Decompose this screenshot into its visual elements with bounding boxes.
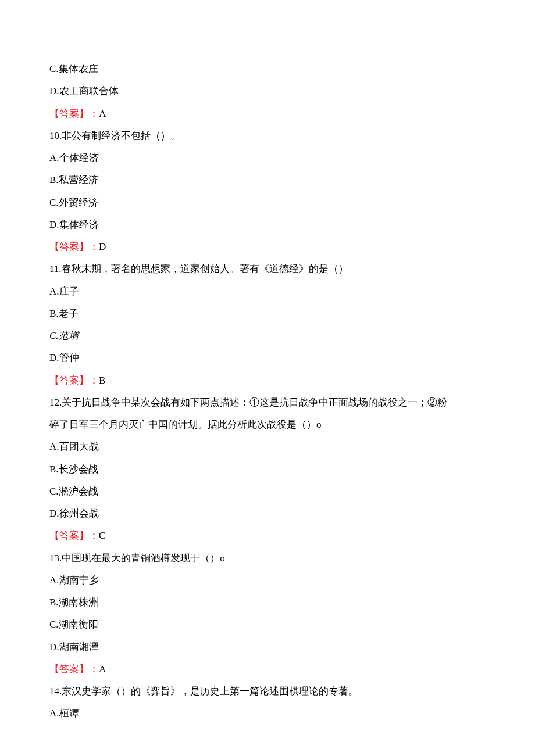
q9-option-c: C.集体农庄 [49,58,486,80]
q10-option-d: D.集体经济 [49,214,486,236]
q9-option-d: D.农工商联合体 [49,80,486,102]
q13-option-c: C.湖南衡阳 [49,614,486,636]
q13-answer: 【答案】：A [49,658,486,680]
q13-answer-label: 【答案】： [49,664,99,675]
q9-answer-label: 【答案】： [49,108,99,119]
q11-option-a: A.庄子 [49,281,486,303]
q12-option-b: B.长沙会战 [49,458,486,481]
q11-answer-value: B [99,375,105,386]
q12-stem-line2: 碎了日军三个月内灭亡中国的计划。据此分析此次战役是（）o [49,414,486,436]
q10-option-c: C.外贸经济 [49,192,486,214]
q12-option-c: C.淞沪会战 [49,481,486,503]
q11-option-c: C.范增 [49,325,486,347]
q11-option-b: B.老子 [49,303,486,325]
q10-stem: 10.非公有制经济不包括（）。 [49,125,486,147]
q9-answer-value: A [99,108,106,119]
document-body: C.集体农庄 D.农工商联合体 【答案】：A 10.非公有制经济不包括（）。 A… [49,58,486,725]
q13-option-d: D.湖南湘潭 [49,636,486,658]
q12-answer-value: C [99,530,105,541]
q12-option-d: D.徐州会战 [49,503,486,525]
q10-answer-label: 【答案】： [49,241,99,252]
q12-answer-label: 【答案】： [49,530,99,541]
q13-stem: 13.中国现在最大的青铜酒樽发现于（）o [49,547,486,569]
q13-option-a: A.湖南宁乡 [49,569,486,592]
q11-stem: 11.春秋末期，著名的思想家，道家创始人。著有《道德经》的是（） [49,258,486,280]
q10-option-b: B.私营经济 [49,169,486,191]
q10-answer-value: D [99,241,106,252]
q13-answer-value: A [99,664,106,675]
q10-answer: 【答案】：D [49,236,486,258]
q13-option-b: B.湖南株洲 [49,592,486,614]
q14-option-a: A.桓谭 [49,703,486,725]
q9-answer: 【答案】：A [49,103,486,125]
q14-stem: 14.东汉史学家（）的《弈旨》，是历史上第一篇论述围棋理论的专著。 [49,680,486,703]
q12-stem-line1: 12.关于抗日战争中某次会战有如下两点描述：①这是抗日战争中正面战场的战役之一；… [49,392,486,414]
q11-option-d: D.管仲 [49,347,486,369]
q11-answer-label: 【答案】： [49,375,99,386]
q12-answer: 【答案】：C [49,525,486,547]
q11-answer: 【答案】：B [49,370,486,392]
q10-option-a: A.个体经济 [49,147,486,169]
q12-option-a: A.百团大战 [49,436,486,458]
